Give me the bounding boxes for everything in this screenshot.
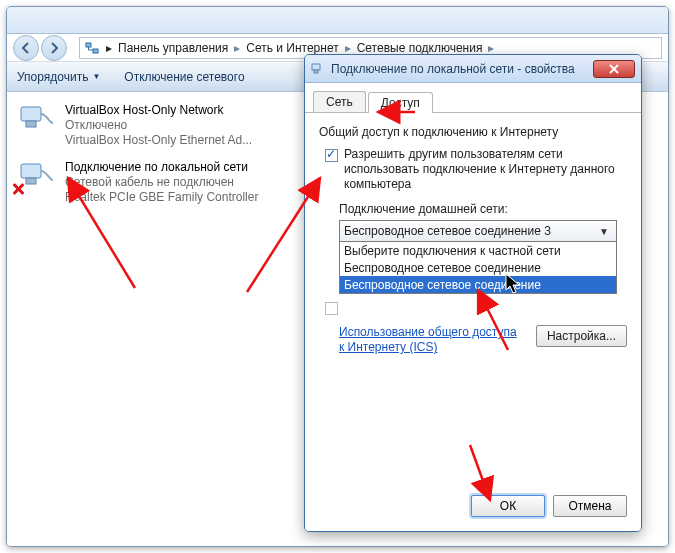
combo-option[interactable]: Беспроводное сетевое соединение — [340, 276, 616, 293]
cancel-button[interactable]: Отмена — [553, 495, 627, 517]
combo-option[interactable]: Беспроводное сетевое соединение — [340, 259, 616, 276]
svg-rect-0 — [86, 43, 91, 47]
svg-rect-4 — [21, 164, 41, 178]
crumb-network[interactable]: Сеть и Интернет — [246, 41, 338, 55]
access-tab-page: Общий доступ к подключению к Интернету Р… — [305, 113, 641, 367]
settings-label: Настройка... — [547, 329, 616, 343]
crumb-connections[interactable]: Сетевые подключения — [357, 41, 483, 55]
allow-manage-checkbox — [325, 302, 338, 315]
connection-device: Realtek PCIe GBE Family Controller — [65, 190, 258, 205]
ok-label: ОК — [500, 499, 516, 513]
allow-sharing-row[interactable]: Разрешить другим пользователям сети испо… — [325, 147, 627, 192]
properties-dialog: Подключение по локальной сети - свойства… — [304, 54, 642, 532]
tab-label: Доступ — [381, 96, 420, 110]
ics-link-row: Использование общего доступа к Интернету… — [339, 325, 627, 355]
combo-selected[interactable]: Беспроводное сетевое соединение 3 ▼ — [340, 221, 616, 241]
svg-rect-6 — [312, 64, 320, 70]
organize-menu[interactable]: Упорядочить ▼ — [17, 70, 100, 84]
svg-rect-7 — [314, 70, 318, 73]
home-connection-label: Подключение домашней сети: — [339, 202, 627, 216]
nav-buttons — [13, 35, 67, 61]
settings-button[interactable]: Настройка... — [536, 325, 627, 347]
ok-button[interactable]: ОК — [471, 495, 545, 517]
network-folder-icon — [84, 40, 100, 56]
ics-help-link[interactable]: Использование общего доступа к Интернету… — [339, 325, 519, 355]
dialog-body: Сеть Доступ Общий доступ к подключению к… — [305, 83, 641, 531]
error-x-icon — [11, 182, 25, 196]
svg-rect-3 — [26, 121, 36, 127]
back-button[interactable] — [13, 35, 39, 61]
tab-access[interactable]: Доступ — [368, 92, 433, 113]
allow-manage-row — [325, 300, 627, 315]
chevron-down-icon: ▼ — [92, 72, 100, 81]
connection-title: VirtualBox Host-Only Network — [65, 103, 252, 118]
organize-label: Упорядочить — [17, 70, 88, 84]
disable-label: Отключение сетевого — [124, 70, 244, 84]
tabs: Сеть Доступ — [305, 83, 641, 113]
svg-rect-5 — [26, 178, 36, 184]
connection-device: VirtualBox Host-Only Ethernet Ad... — [65, 133, 252, 148]
allow-sharing-checkbox[interactable] — [325, 149, 338, 162]
combo-option[interactable]: Выберите подключения к частной сети — [340, 242, 616, 259]
group-title: Общий доступ к подключению к Интернету — [319, 125, 627, 139]
connection-status: Сетевой кабель не подключен — [65, 175, 258, 190]
home-connection-combo[interactable]: Беспроводное сетевое соединение 3 ▼ Выбе… — [339, 220, 617, 294]
tab-label: Сеть — [326, 95, 353, 109]
crumb-control-panel[interactable]: Панель управления — [118, 41, 228, 55]
close-icon — [609, 64, 619, 74]
dialog-title: Подключение по локальной сети - свойства — [331, 62, 587, 76]
cancel-label: Отмена — [568, 499, 611, 513]
tab-network[interactable]: Сеть — [313, 91, 366, 112]
mouse-cursor-icon — [505, 273, 523, 295]
forward-button[interactable] — [41, 35, 67, 61]
window-titlebar — [7, 7, 668, 34]
dialog-titlebar[interactable]: Подключение по локальной сети - свойства — [305, 55, 641, 83]
adapter-small-icon — [311, 62, 325, 76]
connection-title: Подключение по локальной сети — [65, 160, 258, 175]
connection-status: Отключено — [65, 118, 252, 133]
combo-value: Беспроводное сетевое соединение 3 — [344, 224, 551, 238]
adapter-icon — [17, 103, 57, 137]
allow-sharing-label: Разрешить другим пользователям сети испо… — [344, 147, 627, 192]
chevron-down-icon: ▼ — [596, 226, 612, 237]
svg-rect-2 — [21, 107, 41, 121]
disable-action[interactable]: Отключение сетевого — [124, 70, 244, 84]
dialog-buttons: ОК Отмена — [471, 495, 627, 517]
close-button[interactable] — [593, 60, 635, 78]
svg-rect-1 — [93, 49, 98, 53]
combo-listbox: Выберите подключения к частной сети Бесп… — [340, 241, 616, 293]
